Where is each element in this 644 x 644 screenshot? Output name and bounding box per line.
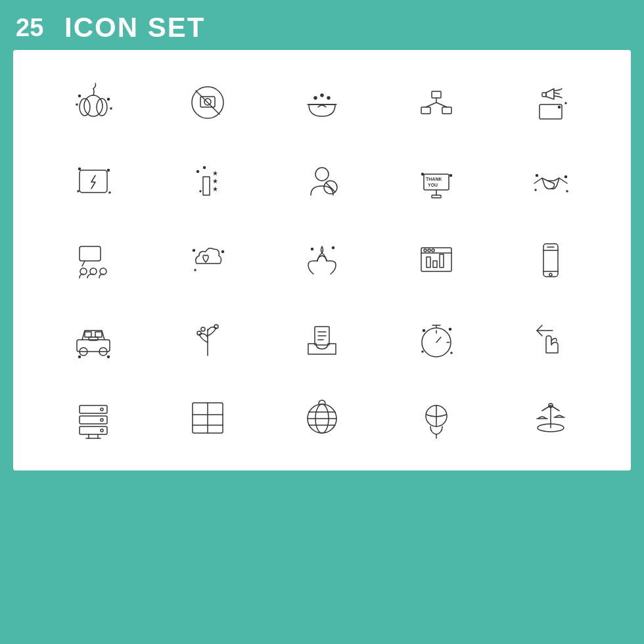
svg-point-36 [200,191,201,192]
svg-point-49 [535,189,536,191]
svg-point-0 [84,95,103,116]
svg-text:YOU: YOU [428,183,438,187]
group-chat-icon[interactable] [39,227,147,293]
svg-point-56 [222,251,224,253]
basketball-hoop-icon[interactable] [382,385,490,451]
svg-point-71 [549,273,552,276]
svg-point-12 [314,97,317,99]
svg-text:★: ★ [212,185,218,193]
svg-text:THANK: THANK [426,177,442,181]
svg-point-80 [108,356,110,358]
megaphone-box-icon[interactable] [497,70,605,135]
svg-point-79 [79,356,81,358]
stopwatch-icon[interactable] [382,306,490,372]
svg-point-95 [449,329,451,331]
svg-point-45 [422,173,424,175]
inbox-doc-icon[interactable] [268,306,376,372]
svg-point-3 [79,95,81,97]
badge-number: 25 [16,14,55,42]
grid-layout-icon[interactable] [154,385,262,451]
svg-rect-30 [203,177,210,195]
svg-line-19 [426,103,436,107]
thank-you-sign-icon[interactable]: THANK YOU [382,149,490,214]
svg-rect-16 [421,107,430,114]
svg-rect-67 [440,254,444,267]
svg-point-50 [566,191,568,192]
svg-point-62 [424,249,426,252]
svg-point-46 [450,175,452,177]
svg-line-39 [326,183,335,192]
svg-point-102 [101,408,103,411]
handshake-icon[interactable] [497,149,605,214]
ribbon-hands-icon[interactable] [268,227,376,293]
header: 25 ICON SET [0,0,644,50]
svg-rect-66 [433,261,437,267]
svg-rect-25 [80,170,107,193]
svg-rect-73 [77,340,110,352]
pumpkin-icon[interactable] [39,70,147,135]
food-bowl-icon[interactable] [268,70,376,135]
police-car-icon[interactable] [39,306,147,372]
svg-point-57 [195,269,196,271]
svg-rect-15 [432,91,441,98]
svg-point-94 [423,330,425,332]
server-icon[interactable] [39,385,147,451]
svg-point-29 [109,192,110,193]
svg-point-47 [536,175,538,177]
lightning-card-icon[interactable] [39,149,147,214]
svg-point-23 [559,106,561,108]
svg-point-5 [76,104,78,105]
svg-point-59 [333,247,334,249]
network-table-icon[interactable] [382,70,490,135]
cloud-hearts-icon[interactable] [154,227,262,293]
svg-rect-65 [426,257,430,267]
svg-point-34 [197,171,199,173]
svg-line-8 [196,91,219,114]
no-photo-icon[interactable] [154,70,262,135]
svg-line-91 [436,337,441,342]
svg-point-28 [78,191,79,192]
svg-point-55 [193,250,195,252]
svg-point-4 [108,99,110,101]
svg-point-82 [201,327,205,331]
svg-point-14 [327,97,330,99]
svg-point-13 [321,94,323,97]
svg-rect-75 [95,332,102,337]
hand-back-icon[interactable] [497,306,605,372]
svg-point-103 [101,419,103,421]
svg-point-63 [428,249,430,252]
svg-text:★: ★ [212,177,218,185]
svg-point-48 [565,176,567,178]
smartphone-icon[interactable] [497,227,605,293]
svg-point-58 [311,248,313,250]
svg-point-37 [315,168,329,181]
globe-chain-icon[interactable] [268,385,376,451]
svg-rect-44 [432,195,441,198]
svg-point-27 [108,170,110,172]
svg-rect-51 [80,246,101,261]
svg-point-35 [204,167,206,169]
svg-rect-74 [85,332,91,337]
svg-point-6 [110,108,112,109]
web-chart-icon[interactable] [382,227,490,293]
svg-point-96 [422,351,423,352]
page-title: ICON SET [64,12,205,43]
svg-text:★: ★ [212,170,218,177]
svg-rect-22 [542,93,546,97]
person-ban-icon[interactable] [268,149,376,214]
svg-point-104 [101,429,103,432]
svg-rect-17 [442,107,451,114]
svg-point-26 [79,168,81,170]
svg-point-24 [565,103,566,104]
svg-rect-78 [89,337,98,340]
plant-branch-icon[interactable] [154,306,262,372]
svg-point-64 [432,249,434,252]
svg-line-20 [436,103,447,107]
bar-stars-icon[interactable]: ★ ★ ★ [154,149,262,214]
scale-icon[interactable] [497,385,605,451]
icon-grid: ★ ★ ★ THANK YOU [13,50,631,471]
svg-point-97 [451,352,452,354]
